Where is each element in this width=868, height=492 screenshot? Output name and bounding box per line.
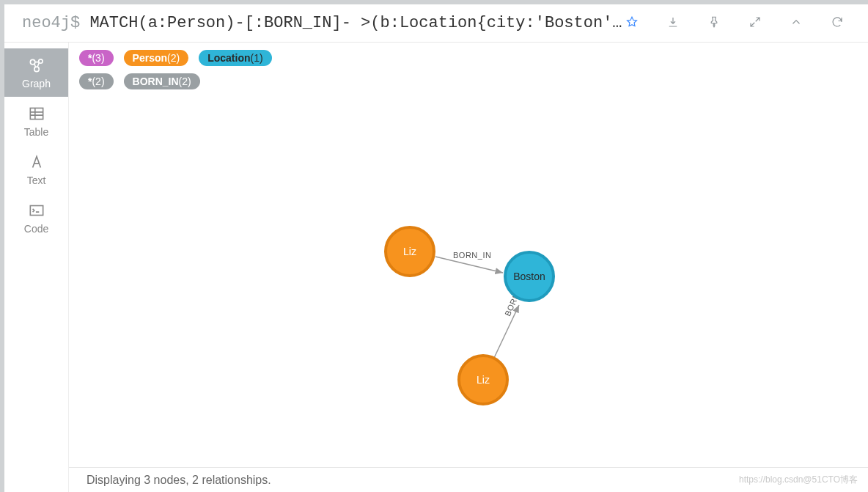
chip-location[interactable]: Location(1) [199,50,271,66]
watermark: https://blog.csdn@51CTO博客 [739,474,858,486]
view-label: Table [24,126,48,138]
expand-button[interactable] [746,12,765,34]
favorite-button[interactable] [622,12,641,34]
graph-node-person[interactable]: Liz [384,226,435,277]
query-prompt[interactable]: neo4j$ MATCH(a:Person)-[:BORN_IN]- >(b:L… [22,14,622,32]
download-icon [666,15,680,29]
node-chips: *(3) Person(2) Location(1) [69,43,868,66]
svg-rect-4 [30,206,43,216]
view-code[interactable]: Code [4,194,68,242]
rerun-button[interactable] [828,12,847,34]
code-icon [27,201,46,220]
chip-all-nodes[interactable]: *(3) [79,50,114,66]
view-label: Code [24,223,48,235]
expand-icon [749,15,762,29]
status-text: Displaying 3 nodes, 2 relationships. [87,474,271,487]
view-label: Graph [22,78,51,89]
toolbar-actions [622,12,868,34]
view-table[interactable]: Table [4,97,68,145]
chip-person[interactable]: Person(2) [124,50,189,66]
view-text[interactable]: Text [4,145,68,194]
edge-label[interactable]: BORN_IN [453,251,491,260]
query-bar: neo4j$ MATCH(a:Person)-[:BORN_IN]- >(b:L… [4,4,868,43]
chip-all-rels[interactable]: *(2) [79,73,114,89]
graph-node-location[interactable]: Boston [504,251,555,302]
chip-born-in[interactable]: BORN_IN(2) [124,73,200,89]
svg-rect-3 [30,108,43,119]
rel-chips: *(2) BORN_IN(2) [69,66,868,89]
graph-node-person[interactable]: Liz [457,354,509,405]
collapse-button[interactable] [787,12,806,34]
text-icon [27,153,46,172]
graph-canvas[interactable]: BORN_IN BORN_IN Liz Boston Liz [69,94,868,467]
prompt-label: neo4j$ [22,14,80,32]
table-icon [27,104,46,123]
pin-button[interactable] [705,12,724,34]
pin-icon [707,15,721,29]
svg-point-1 [38,59,42,63]
query-text: MATCH(a:Person)-[:BORN_IN]- >(b:Location… [89,14,622,32]
view-graph[interactable]: Graph [4,48,68,97]
chevron-up-icon [790,15,803,29]
graph-icon [27,56,46,75]
refresh-icon [831,15,844,29]
download-button[interactable] [663,12,683,34]
view-label: Text [27,175,46,186]
star-icon [625,15,639,29]
result-panel: *(3) Person(2) Location(1) *(2) BORN_IN(… [69,43,868,492]
view-sidebar: Graph Table Text Code [4,43,69,492]
svg-point-2 [34,67,39,72]
edges-layer [69,94,868,467]
